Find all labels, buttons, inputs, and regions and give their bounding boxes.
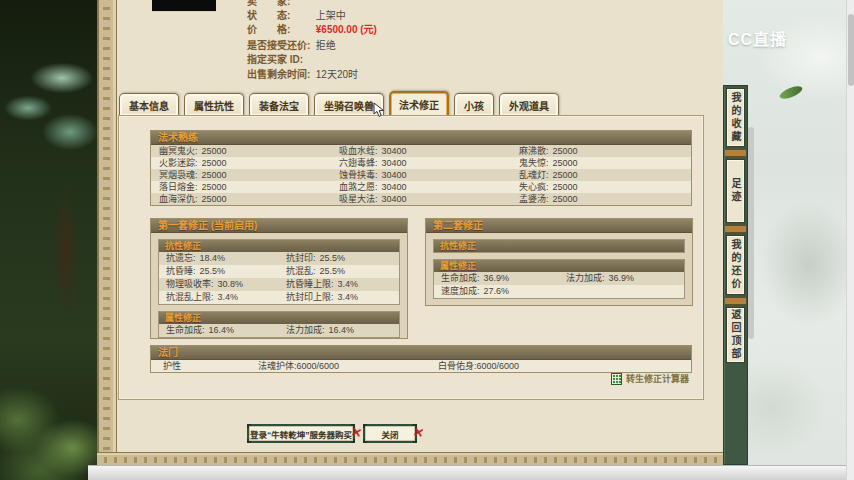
skill-name: 孟婆汤: — [519, 194, 549, 204]
browser-scrollbar[interactable] — [846, 0, 854, 480]
listing-row-status: 状 态: 上架中 — [247, 7, 346, 20]
resist-label: 抗封印上限: — [286, 292, 334, 302]
skill-name: 六翅毒蜂: — [339, 158, 378, 168]
spell-proficiency-title: 法术熟练 — [151, 131, 691, 145]
resist-value: 30.8% — [218, 279, 244, 289]
counteroffer-label: 是否接受还价: — [247, 37, 313, 52]
scrollbar-thumb[interactable] — [848, 14, 854, 86]
cc-logo-text: CC直播 — [728, 26, 787, 50]
resist-value: 25.5% — [320, 266, 346, 276]
resist-value: 3.4% — [218, 292, 239, 302]
skill-name: 冥烟袅魂: — [159, 170, 198, 180]
sidebar-item-my-favorites[interactable]: 我的收藏 — [726, 88, 745, 147]
sidebar-item-my-counteroffers[interactable]: 我的还价 — [726, 235, 745, 295]
close-button[interactable]: 关闭 ✕ — [363, 424, 417, 443]
background-art-left — [0, 0, 97, 480]
skill-name: 火影迷踪: — [159, 158, 198, 168]
close-button-label: 关闭 — [365, 426, 415, 441]
resist-value: 18.4% — [200, 253, 226, 263]
skill-name: 麻沸散: — [519, 146, 549, 156]
skill-value: 30400 — [382, 170, 407, 180]
tab-spell-correction[interactable]: 法术修正 — [389, 91, 449, 116]
set1-resist-panel: 抗性修正 抗遗忘:18.4% 抗封印:25.5% 抗昏睡:25.5% 抗混乱:2… — [158, 239, 400, 305]
set2-attr-title: 属性修正 — [434, 260, 684, 272]
ornament-border-left — [97, 0, 117, 465]
attr-value: 36.9% — [609, 273, 635, 283]
red-cross-seal-icon: ✕ — [412, 424, 426, 441]
resist-value: 3.4% — [338, 279, 359, 289]
buyer-id-label: 指定买家 ID: — [247, 51, 313, 66]
set2-resist-panel: 抗性修正 — [433, 239, 685, 253]
tab-basic-info[interactable]: 基本信息 — [119, 93, 179, 116]
famen-spell-1: 法魂护体:6000/6000 — [258, 360, 438, 372]
resist-label: 抗混乱上限: — [166, 292, 214, 302]
attr-row: 生命加成:16.4% 法力加成:16.4% — [159, 324, 399, 337]
price-value: ¥6500.00 (元) — [316, 24, 377, 35]
calculator-link-label: 转生修正计算器 — [626, 372, 689, 385]
skill-value: 25000 — [553, 170, 578, 180]
price-label: 价 格: — [247, 21, 313, 36]
tab-attributes-resists[interactable]: 属性抗性 — [184, 93, 244, 116]
resist-label: 抗遗忘: — [166, 253, 196, 263]
skill-value: 30400 — [382, 158, 407, 168]
sidebar-label: 返回顶部 — [728, 309, 743, 361]
correction-set-1-panel: 第一套修正 (当前启用) 抗性修正 抗遗忘:18.4% 抗封印:25.5% 抗昏… — [150, 218, 408, 339]
attr-label: 法力加成: — [286, 325, 325, 335]
skill-value: 30400 — [382, 182, 407, 192]
listing-row-buyer-id: 指定买家 ID: — [247, 51, 313, 64]
famen-spell-2: 白骨佑身:6000/6000 — [438, 360, 691, 372]
skill-value: 25000 — [553, 146, 578, 156]
sidebar-item-footprints[interactable]: 足迹 — [726, 159, 745, 223]
login-server-buy-button[interactable]: 登录“牛转乾坤”服务器购买 ✕ — [247, 424, 355, 443]
resist-label: 抗封印: — [286, 253, 316, 263]
skill-name: 吸血水蛭: — [339, 146, 378, 156]
skill-name: 吸星大法: — [339, 194, 378, 204]
spell-correction-panel: 法术熟练 幽冥鬼火:25000 吸血水蛭:30400 麻沸散:25000 火影迷… — [118, 115, 704, 400]
skill-value: 25000 — [553, 158, 578, 168]
resist-label: 物理吸收率: — [166, 279, 214, 289]
tab-appearance-items[interactable]: 外观道具 — [499, 93, 559, 116]
action-buttons: 登录“牛转乾坤”服务器购买 ✕ 关闭 ✕ — [247, 424, 417, 443]
famen-panel: 法门 护性 法魂护体:6000/6000 白骨佑身:6000/6000 — [150, 345, 692, 373]
page: CC直播 卖 家: 状 态: 上架中 价 格: ¥6500.00 (元) 是否接… — [0, 0, 854, 480]
sidebar-label: 足迹 — [728, 178, 743, 204]
listing-row-time-left: 出售剩余时间: 12天20时 — [247, 66, 358, 79]
sidebar-divider — [725, 297, 746, 305]
time-left-value: 12天20时 — [316, 69, 358, 80]
skill-value: 25000 — [202, 194, 227, 204]
time-left-label: 出售剩余时间: — [247, 66, 313, 81]
rebirth-correction-calculator-link[interactable]: 转生修正计算器 — [611, 372, 689, 385]
sidebar-item-back-to-top[interactable]: 返回顶部 — [726, 307, 745, 363]
sidebar-label: 我的还价 — [728, 239, 743, 291]
skill-value: 25000 — [202, 182, 227, 192]
resist-value: 25.5% — [320, 253, 346, 263]
set1-resist-title: 抗性修正 — [159, 240, 399, 252]
skill-row: 火影迷踪:25000 六翅毒蜂:30400 鬼失惊:25000 — [151, 157, 691, 169]
skill-value: 25000 — [202, 158, 227, 168]
skill-value: 25000 — [202, 146, 227, 156]
skill-name: 乱魂灯: — [519, 170, 549, 180]
skill-row: 冥烟袅魂:25000 蚀骨挟毒:30400 乱魂灯:25000 — [151, 169, 691, 181]
resist-value: 25.5% — [200, 266, 226, 276]
resist-label: 抗混乱: — [286, 266, 316, 276]
attr-label: 速度加成: — [441, 286, 480, 296]
content-scrollbar[interactable] — [748, 127, 754, 339]
tab-equipment-treasures[interactable]: 装备法宝 — [249, 93, 309, 116]
sidebar-divider — [725, 225, 746, 233]
listing-row-counteroffer: 是否接受还价: 拒绝 — [247, 37, 336, 50]
skill-value: 25000 — [553, 194, 578, 204]
sidebar-divider — [725, 149, 746, 157]
attr-value: 16.4% — [329, 325, 355, 335]
correction-set-2-panel: 第二套修正 抗性修正 属性修正 生命加成:36.9% 法力加成:36.9% 速度… — [425, 218, 693, 306]
tab-child[interactable]: 小孩 — [454, 93, 494, 116]
resist-row: 物理吸收率:30.8% 抗昏睡上限:3.4% — [159, 278, 399, 291]
set1-attr-title: 属性修正 — [159, 312, 399, 324]
skill-value: 30400 — [382, 194, 407, 204]
skill-name: 失心疯: — [519, 182, 549, 192]
red-cross-seal-icon: ✕ — [350, 424, 364, 441]
status-value: 上架中 — [316, 10, 346, 21]
famen-category: 护性 — [151, 360, 258, 372]
buy-button-label: 登录“牛转乾坤”服务器购买 — [249, 426, 353, 441]
famen-title: 法门 — [151, 346, 691, 360]
skill-name: 血煞之愿: — [339, 182, 378, 192]
